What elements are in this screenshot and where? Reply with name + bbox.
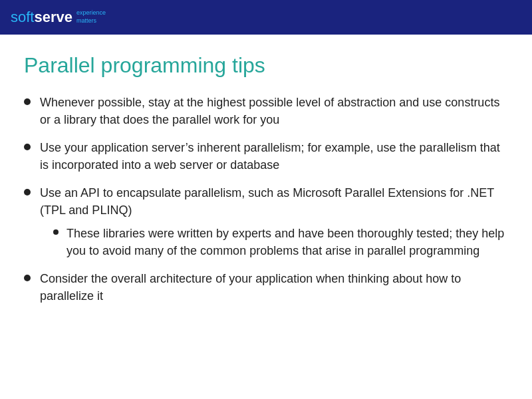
logo-serve: serve [34, 9, 72, 26]
sub-bullet-text: These libraries were written by experts … [66, 225, 508, 259]
bullet-main-text: Use an API to encapsulate parallelism, s… [40, 186, 494, 217]
bullet-text: Consider the overall architecture of you… [40, 270, 508, 305]
list-item: Use your application server’s inherent p… [24, 139, 508, 174]
logo-soft: soft [11, 9, 34, 26]
list-item: These libraries were written by experts … [53, 225, 508, 259]
content-area: Parallel programming tips Whenever possi… [0, 35, 532, 329]
bullet-text: Whenever possible, stay at the highest p… [40, 94, 508, 128]
header-bar: softserve experiencematters [0, 0, 532, 35]
bullet-dot-icon [24, 189, 31, 196]
bullet-text: Use your application server’s inherent p… [40, 139, 508, 174]
bullet-text: Use an API to encapsulate parallelism, s… [40, 184, 508, 259]
bullet-dot-icon [24, 144, 31, 150]
bullet-dot-icon [24, 275, 31, 281]
list-item: Consider the overall architecture of you… [24, 270, 508, 305]
logo-tagline: experiencematters [76, 9, 106, 25]
bullet-dot-small-icon [53, 229, 59, 235]
bullet-dot-icon [24, 98, 31, 105]
list-item: Use an API to encapsulate parallelism, s… [24, 184, 508, 259]
page-title: Parallel programming tips [24, 53, 508, 78]
list-item: Whenever possible, stay at the highest p… [24, 94, 508, 128]
main-bullet-list: Whenever possible, stay at the highest p… [24, 94, 508, 305]
sub-bullet-list: These libraries were written by experts … [40, 225, 508, 259]
